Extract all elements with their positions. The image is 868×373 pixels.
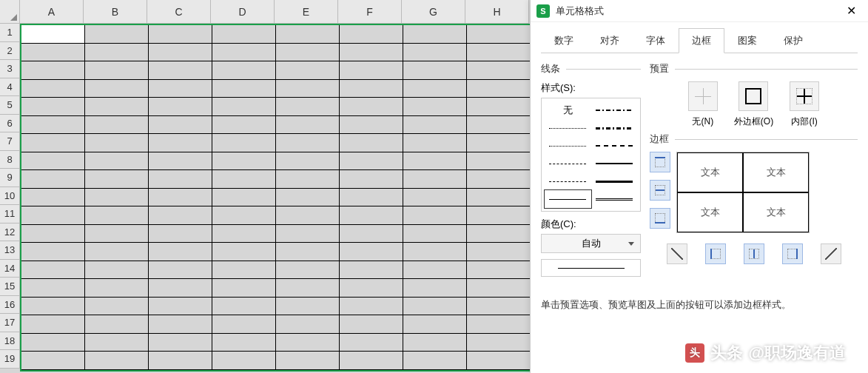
row-header[interactable]: 13 (0, 241, 20, 260)
cell[interactable] (340, 44, 403, 62)
cell[interactable] (403, 170, 467, 189)
cell[interactable] (212, 134, 276, 152)
cell[interactable] (21, 44, 85, 62)
cell[interactable] (467, 189, 531, 207)
cell[interactable] (149, 134, 212, 152)
cell[interactable] (149, 243, 212, 261)
cell[interactable] (149, 261, 212, 280)
cell[interactable] (212, 334, 276, 352)
cell[interactable] (85, 25, 149, 44)
cell[interactable] (149, 206, 212, 225)
border-left-button[interactable] (705, 243, 726, 264)
cell[interactable] (212, 61, 276, 80)
cell[interactable] (149, 80, 212, 98)
cell[interactable] (85, 98, 149, 116)
cell[interactable] (212, 98, 276, 116)
cell[interactable] (276, 352, 340, 370)
cell[interactable] (403, 206, 467, 225)
cell[interactable] (340, 352, 403, 370)
style-thick[interactable] (591, 172, 638, 190)
cell[interactable] (149, 61, 212, 80)
style-thickdashdot[interactable] (591, 119, 638, 137)
tab-5[interactable]: 保护 (770, 28, 816, 53)
cell[interactable] (21, 116, 85, 135)
cell[interactable] (276, 298, 340, 316)
cell[interactable] (85, 61, 149, 80)
cell[interactable] (149, 315, 212, 334)
cell[interactable] (276, 225, 340, 243)
cell[interactable] (21, 334, 85, 352)
cell[interactable] (340, 170, 403, 189)
style-medium[interactable] (591, 155, 638, 172)
cell[interactable] (85, 189, 149, 207)
cell[interactable] (467, 352, 531, 370)
tab-4[interactable]: 图案 (724, 28, 770, 53)
cell[interactable] (212, 243, 276, 261)
cell[interactable] (403, 116, 467, 135)
style-none[interactable]: 无 (545, 101, 591, 119)
cell[interactable] (21, 315, 85, 334)
cell[interactable] (85, 206, 149, 225)
style-dash2[interactable] (545, 172, 591, 190)
style-dash[interactable] (545, 155, 591, 172)
cell[interactable] (340, 25, 403, 44)
row-header[interactable]: 10 (0, 187, 20, 206)
cell[interactable] (467, 334, 531, 352)
cell[interactable] (467, 206, 531, 225)
col-header[interactable]: F (338, 0, 402, 24)
line-style-picker[interactable]: 无 (541, 98, 641, 212)
cell[interactable] (467, 80, 531, 98)
cell[interactable] (212, 44, 276, 62)
cell[interactable] (340, 98, 403, 116)
row-header[interactable]: 8 (0, 151, 20, 169)
cell[interactable] (276, 189, 340, 207)
cell[interactable] (340, 61, 403, 80)
cell[interactable] (85, 152, 149, 171)
cell[interactable] (85, 352, 149, 370)
cell[interactable] (149, 25, 212, 44)
cell[interactable] (212, 225, 276, 243)
cell[interactable] (403, 134, 467, 152)
cell[interactable] (149, 334, 212, 352)
cell[interactable] (403, 152, 467, 171)
col-header[interactable]: A (20, 0, 84, 24)
cell[interactable] (467, 116, 531, 135)
cell[interactable] (85, 116, 149, 135)
cell[interactable] (149, 44, 212, 62)
tab-0[interactable]: 数字 (541, 28, 587, 53)
row-header[interactable]: 4 (0, 78, 20, 97)
cell[interactable] (21, 134, 85, 152)
cell[interactable] (85, 298, 149, 316)
cell[interactable] (21, 61, 85, 80)
cell[interactable] (85, 44, 149, 62)
cell[interactable] (21, 206, 85, 225)
border-diag-up-button[interactable] (667, 243, 687, 264)
border-vmid-button[interactable] (744, 243, 764, 264)
col-header[interactable]: D (211, 0, 275, 24)
cell[interactable] (403, 298, 467, 316)
border-right-button[interactable] (782, 243, 803, 264)
cell[interactable] (21, 298, 85, 316)
cell[interactable] (21, 243, 85, 261)
cell[interactable] (149, 189, 212, 207)
cell[interactable] (212, 206, 276, 225)
cell[interactable] (276, 152, 340, 171)
cell[interactable] (85, 225, 149, 243)
cell[interactable] (340, 279, 403, 298)
cell[interactable] (340, 116, 403, 135)
select-all-corner[interactable] (0, 0, 20, 24)
cell[interactable] (85, 243, 149, 261)
row-header[interactable]: 5 (0, 96, 20, 115)
cell[interactable] (403, 352, 467, 370)
cell[interactable] (212, 170, 276, 189)
row-header[interactable]: 18 (0, 332, 20, 351)
cell[interactable] (276, 134, 340, 152)
row-header[interactable]: 12 (0, 224, 20, 242)
cell[interactable] (212, 152, 276, 171)
cell[interactable] (403, 98, 467, 116)
cell[interactable] (212, 189, 276, 207)
cell[interactable] (212, 261, 276, 280)
cell[interactable] (276, 206, 340, 225)
cell[interactable] (85, 334, 149, 352)
cell[interactable] (21, 261, 85, 280)
